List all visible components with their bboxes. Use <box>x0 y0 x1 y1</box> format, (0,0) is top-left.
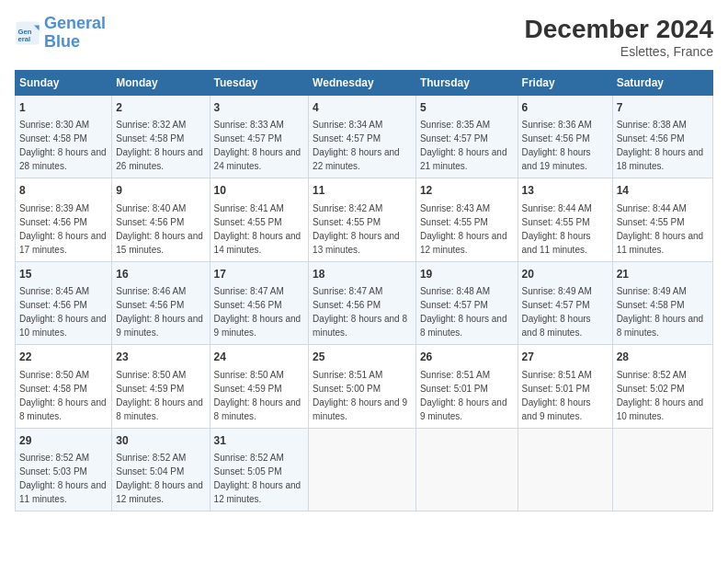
calendar-cell: 18Sunrise: 8:47 AMSunset: 4:56 PMDayligh… <box>309 261 416 344</box>
svg-text:eral: eral <box>18 35 31 43</box>
day-number: 24 <box>214 350 305 365</box>
day-info: Sunrise: 8:44 AMSunset: 4:55 PMDaylight:… <box>617 201 709 257</box>
day-number: 13 <box>522 183 609 199</box>
day-number: 17 <box>214 267 305 282</box>
day-info: Sunrise: 8:52 AMSunset: 5:05 PMDaylight:… <box>214 451 305 506</box>
day-number: 11 <box>313 183 412 199</box>
calendar-cell: 27Sunrise: 8:51 AMSunset: 5:01 PMDayligh… <box>518 345 612 428</box>
day-info: Sunrise: 8:52 AMSunset: 5:03 PMDaylight:… <box>19 451 108 506</box>
calendar-week-row: 15Sunrise: 8:45 AMSunset: 4:56 PMDayligh… <box>16 261 713 344</box>
calendar-cell: 10Sunrise: 8:41 AMSunset: 4:55 PMDayligh… <box>210 178 309 261</box>
day-number: 4 <box>313 100 412 116</box>
calendar-cell: 17Sunrise: 8:47 AMSunset: 4:56 PMDayligh… <box>210 261 309 344</box>
calendar-cell: 22Sunrise: 8:50 AMSunset: 4:58 PMDayligh… <box>16 345 112 428</box>
calendar-cell: 23Sunrise: 8:50 AMSunset: 4:59 PMDayligh… <box>112 345 210 428</box>
day-number: 15 <box>19 267 108 282</box>
day-info: Sunrise: 8:50 AMSunset: 4:58 PMDaylight:… <box>19 368 108 423</box>
calendar-cell: 8Sunrise: 8:39 AMSunset: 4:56 PMDaylight… <box>16 178 112 261</box>
month-title: December 2024 <box>525 15 713 44</box>
day-info: Sunrise: 8:39 AMSunset: 4:56 PMDaylight:… <box>19 201 108 257</box>
day-number: 22 <box>19 350 108 365</box>
day-number: 21 <box>617 267 709 282</box>
calendar-cell: 2Sunrise: 8:32 AMSunset: 4:58 PMDaylight… <box>112 96 210 178</box>
day-number: 12 <box>420 183 514 199</box>
header-tuesday: Tuesday <box>210 71 309 96</box>
day-info: Sunrise: 8:40 AMSunset: 4:56 PMDaylight:… <box>116 201 205 257</box>
day-number: 28 <box>617 350 709 365</box>
logo: Gen eral GeneralBlue <box>15 15 106 52</box>
day-info: Sunrise: 8:47 AMSunset: 4:56 PMDaylight:… <box>214 284 305 339</box>
page-header: Gen eral GeneralBlue December 2024 Eslet… <box>15 15 713 59</box>
calendar-week-row: 29Sunrise: 8:52 AMSunset: 5:03 PMDayligh… <box>16 428 713 511</box>
header-monday: Monday <box>112 71 210 96</box>
day-number: 30 <box>116 433 205 449</box>
day-info: Sunrise: 8:49 AMSunset: 4:58 PMDaylight:… <box>617 284 709 339</box>
title-block: December 2024 Eslettes, France <box>525 15 713 59</box>
day-number: 16 <box>116 267 205 282</box>
day-number: 27 <box>522 350 609 365</box>
day-info: Sunrise: 8:30 AMSunset: 4:58 PMDaylight:… <box>19 118 108 173</box>
calendar-cell: 1Sunrise: 8:30 AMSunset: 4:58 PMDaylight… <box>16 96 112 178</box>
day-number: 25 <box>313 350 412 365</box>
calendar-cell <box>309 428 416 511</box>
calendar-cell: 21Sunrise: 8:49 AMSunset: 4:58 PMDayligh… <box>612 261 712 344</box>
location: Eslettes, France <box>525 44 713 59</box>
calendar-cell: 20Sunrise: 8:49 AMSunset: 4:57 PMDayligh… <box>518 261 612 344</box>
calendar-cell: 24Sunrise: 8:50 AMSunset: 4:59 PMDayligh… <box>210 345 309 428</box>
calendar-cell <box>612 428 712 511</box>
calendar-cell: 31Sunrise: 8:52 AMSunset: 5:05 PMDayligh… <box>210 428 309 511</box>
calendar-cell: 28Sunrise: 8:52 AMSunset: 5:02 PMDayligh… <box>612 345 712 428</box>
day-info: Sunrise: 8:35 AMSunset: 4:57 PMDaylight:… <box>420 118 514 173</box>
calendar-cell: 30Sunrise: 8:52 AMSunset: 5:04 PMDayligh… <box>112 428 210 511</box>
day-number: 29 <box>19 433 108 449</box>
calendar-cell: 29Sunrise: 8:52 AMSunset: 5:03 PMDayligh… <box>16 428 112 511</box>
weekday-header-row: Sunday Monday Tuesday Wednesday Thursday… <box>16 71 713 96</box>
day-info: Sunrise: 8:49 AMSunset: 4:57 PMDaylight:… <box>522 284 609 339</box>
logo-icon: Gen eral <box>15 20 40 46</box>
day-info: Sunrise: 8:48 AMSunset: 4:57 PMDaylight:… <box>420 284 514 339</box>
day-number: 1 <box>19 100 108 116</box>
calendar-cell: 13Sunrise: 8:44 AMSunset: 4:55 PMDayligh… <box>518 178 612 261</box>
day-number: 20 <box>522 267 609 282</box>
day-number: 6 <box>522 100 609 116</box>
calendar-cell: 15Sunrise: 8:45 AMSunset: 4:56 PMDayligh… <box>16 261 112 344</box>
day-info: Sunrise: 8:44 AMSunset: 4:55 PMDaylight:… <box>522 201 609 257</box>
calendar-cell: 9Sunrise: 8:40 AMSunset: 4:56 PMDaylight… <box>112 178 210 261</box>
day-info: Sunrise: 8:51 AMSunset: 5:01 PMDaylight:… <box>420 368 514 423</box>
day-info: Sunrise: 8:50 AMSunset: 4:59 PMDaylight:… <box>214 368 305 423</box>
day-number: 14 <box>617 183 709 199</box>
calendar-week-row: 8Sunrise: 8:39 AMSunset: 4:56 PMDaylight… <box>16 178 713 261</box>
day-info: Sunrise: 8:51 AMSunset: 5:00 PMDaylight:… <box>313 368 412 423</box>
calendar-table: Sunday Monday Tuesday Wednesday Thursday… <box>15 70 713 511</box>
calendar-cell: 3Sunrise: 8:33 AMSunset: 4:57 PMDaylight… <box>210 96 309 178</box>
calendar-week-row: 1Sunrise: 8:30 AMSunset: 4:58 PMDaylight… <box>16 96 713 178</box>
day-info: Sunrise: 8:46 AMSunset: 4:56 PMDaylight:… <box>116 284 205 339</box>
day-info: Sunrise: 8:33 AMSunset: 4:57 PMDaylight:… <box>214 118 305 173</box>
day-info: Sunrise: 8:51 AMSunset: 5:01 PMDaylight:… <box>522 368 609 423</box>
calendar-cell <box>415 428 518 511</box>
day-info: Sunrise: 8:32 AMSunset: 4:58 PMDaylight:… <box>116 118 205 173</box>
day-number: 23 <box>116 350 205 365</box>
header-thursday: Thursday <box>415 71 518 96</box>
calendar-cell: 16Sunrise: 8:46 AMSunset: 4:56 PMDayligh… <box>112 261 210 344</box>
day-number: 9 <box>116 183 205 199</box>
day-number: 18 <box>313 267 412 282</box>
calendar-cell: 4Sunrise: 8:34 AMSunset: 4:57 PMDaylight… <box>309 96 416 178</box>
calendar-cell: 11Sunrise: 8:42 AMSunset: 4:55 PMDayligh… <box>309 178 416 261</box>
day-info: Sunrise: 8:34 AMSunset: 4:57 PMDaylight:… <box>313 118 412 173</box>
header-saturday: Saturday <box>612 71 712 96</box>
day-info: Sunrise: 8:52 AMSunset: 5:02 PMDaylight:… <box>617 368 709 423</box>
calendar-cell: 14Sunrise: 8:44 AMSunset: 4:55 PMDayligh… <box>612 178 712 261</box>
day-info: Sunrise: 8:38 AMSunset: 4:56 PMDaylight:… <box>617 118 709 173</box>
day-number: 31 <box>214 433 305 449</box>
day-number: 8 <box>19 183 108 199</box>
calendar-cell: 26Sunrise: 8:51 AMSunset: 5:01 PMDayligh… <box>415 345 518 428</box>
day-info: Sunrise: 8:42 AMSunset: 4:55 PMDaylight:… <box>313 201 412 257</box>
day-info: Sunrise: 8:47 AMSunset: 4:56 PMDaylight:… <box>313 284 412 339</box>
calendar-cell: 7Sunrise: 8:38 AMSunset: 4:56 PMDaylight… <box>612 96 712 178</box>
day-info: Sunrise: 8:45 AMSunset: 4:56 PMDaylight:… <box>19 284 108 339</box>
day-number: 2 <box>116 100 205 116</box>
header-sunday: Sunday <box>16 71 112 96</box>
calendar-cell: 5Sunrise: 8:35 AMSunset: 4:57 PMDaylight… <box>415 96 518 178</box>
day-info: Sunrise: 8:52 AMSunset: 5:04 PMDaylight:… <box>116 451 205 506</box>
